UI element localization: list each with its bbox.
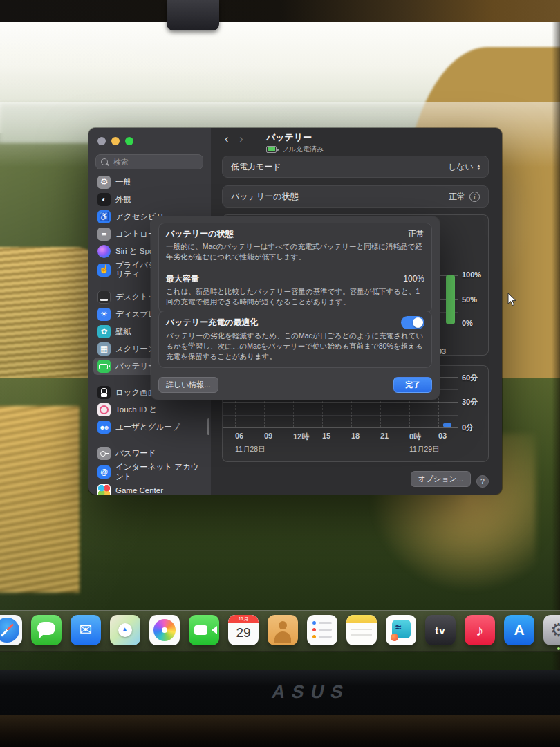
dock-facetime-icon[interactable] bbox=[189, 615, 219, 645]
usage-xtick: 06 bbox=[235, 432, 243, 440]
screen-usage-bar bbox=[443, 423, 451, 427]
dock-app-store-icon[interactable] bbox=[504, 615, 534, 645]
sidebar-item-touch-id[interactable]: Touch ID と bbox=[93, 401, 206, 418]
sidebar-item-general[interactable]: 一般 bbox=[93, 174, 206, 191]
dock: 11月 29 ≈ tv bbox=[0, 610, 560, 652]
sidebar-item-label: 一般 bbox=[115, 178, 131, 187]
usage-xtick: 09 bbox=[264, 432, 272, 440]
info-icon[interactable] bbox=[469, 192, 480, 202]
control-center-icon bbox=[97, 228, 111, 241]
optimize-charging-card: バッテリー充電の最適化 バッテリーの劣化を軽減するため、このMacが日ごろどのよ… bbox=[158, 311, 432, 368]
sidebar-group-gap bbox=[88, 436, 211, 445]
close-button[interactable] bbox=[97, 137, 106, 145]
dock-freeform-icon[interactable]: ≈ bbox=[386, 615, 416, 645]
dock-mail-icon[interactable] bbox=[71, 615, 101, 645]
sidebar-item-label: Touch ID と bbox=[115, 405, 157, 414]
health-section-body: 一般的に、Macのバッテリーはすべての充電式バッテリーと同様に消耗品で経年劣化が… bbox=[166, 241, 424, 262]
battery-level-bar bbox=[446, 275, 455, 324]
photo-of-monitor: 一般 外観 アクセシビリ コントロール Siri と Spotl プライバシーと… bbox=[0, 0, 560, 747]
done-button[interactable]: 完了 bbox=[393, 377, 432, 393]
sidebar-item-label: 外観 bbox=[115, 195, 131, 204]
battery-axis-100: 100% bbox=[462, 270, 481, 279]
sidebar-item-appearance[interactable]: 外観 bbox=[93, 191, 206, 208]
window-controls bbox=[97, 137, 133, 145]
sidebar-scrollbar[interactable] bbox=[207, 418, 209, 435]
sidebar-item-users-groups[interactable]: ユーザとグループ bbox=[93, 418, 206, 436]
capacity-section-value: 100% bbox=[403, 274, 424, 284]
privacy-hand-icon bbox=[97, 264, 111, 277]
health-section-title: バッテリーの状態 bbox=[166, 228, 233, 240]
sidebar-item-game-center[interactable]: Game Center bbox=[93, 482, 206, 495]
sidebar-item-label: ロック画面 bbox=[115, 388, 156, 397]
chevron-up-down-icon: ▴▾ bbox=[478, 163, 480, 170]
dock-safari-icon[interactable] bbox=[0, 615, 22, 645]
health-section-value: 正常 bbox=[408, 228, 424, 240]
health-capacity-card: バッテリーの状態 正常 一般的に、Macのバッテリーはすべての充電式バッテリーと… bbox=[158, 223, 432, 313]
help-button[interactable]: ? bbox=[476, 475, 489, 488]
dock-system-settings-icon[interactable] bbox=[543, 615, 560, 645]
usage-xtick: 03 bbox=[438, 432, 447, 440]
dock-calendar-icon[interactable]: 11月 29 bbox=[228, 615, 259, 645]
usage-xtick: 0時 bbox=[409, 432, 421, 442]
dock-maps-icon[interactable] bbox=[110, 615, 140, 645]
battery-axis-50: 50% bbox=[462, 295, 477, 304]
usage-xtick: 18 bbox=[351, 432, 360, 440]
optimize-section-title: バッテリー充電の最適化 bbox=[166, 317, 258, 329]
room-background bbox=[0, 0, 560, 22]
more-info-button[interactable]: 詳しい情報... bbox=[158, 377, 218, 393]
usage-date-start: 11月28日 bbox=[235, 445, 265, 454]
sidebar-item-label: ユーザとグループ bbox=[115, 423, 180, 432]
usage-date-end: 11月29日 bbox=[409, 445, 440, 454]
sidebar-item-label: インターネット アカウント bbox=[115, 463, 202, 481]
apple-tv-logo-text: tv bbox=[435, 625, 445, 636]
battery-health-label: バッテリーの状態 bbox=[231, 191, 298, 203]
sidebar-item-internet-accounts[interactable]: インターネット アカウント bbox=[93, 462, 206, 481]
dock-music-icon[interactable] bbox=[465, 615, 495, 645]
accessibility-icon bbox=[97, 210, 111, 223]
capacity-section-body: これは、新品時と比較したバッテリー容量の基準です。容量が低下すると、1回の充電で… bbox=[166, 286, 424, 307]
sidebar-item-passwords[interactable]: パスワード bbox=[93, 445, 206, 462]
dock-contacts-icon[interactable] bbox=[268, 615, 298, 645]
usage-xtick: 21 bbox=[380, 432, 389, 440]
options-button[interactable]: オプション... bbox=[411, 471, 471, 487]
desktop-dock-icon bbox=[97, 290, 111, 304]
dock-messages-icon[interactable] bbox=[31, 615, 62, 645]
capacity-section: 最大容量 100% これは、新品時と比較したバッテリー容量の基準です。容量が低下… bbox=[159, 268, 431, 313]
minimize-button[interactable] bbox=[111, 137, 120, 145]
mouse-cursor bbox=[507, 293, 518, 310]
capacity-section-title: 最大容量 bbox=[166, 273, 199, 285]
sidebar-search-field[interactable] bbox=[95, 154, 203, 169]
key-icon bbox=[97, 447, 111, 460]
dock-reminders-icon[interactable] bbox=[307, 615, 337, 645]
dock-photos-icon[interactable] bbox=[149, 615, 180, 645]
forward-chevron-icon[interactable]: › bbox=[239, 133, 243, 145]
sidebar-item-label: Game Center bbox=[115, 486, 163, 495]
usage-axis-0: 0分 bbox=[462, 423, 474, 433]
display-sun-icon bbox=[97, 308, 111, 321]
wallpaper-flower-icon bbox=[97, 325, 111, 338]
wallpaper-gold-bottom-left bbox=[0, 406, 80, 593]
dock-apple-tv-icon[interactable]: tv bbox=[425, 615, 456, 645]
low-power-mode-label: 低電力モード bbox=[231, 161, 281, 173]
at-sign-icon bbox=[97, 465, 111, 479]
dock-notes-icon[interactable] bbox=[346, 615, 377, 645]
charge-status-text: フル充電済み bbox=[282, 145, 324, 154]
page-title: バッテリー bbox=[266, 131, 324, 144]
search-icon bbox=[101, 158, 108, 165]
calendar-day: 29 bbox=[228, 622, 259, 643]
touch-id-icon bbox=[97, 403, 111, 416]
optimize-section-body: バッテリーの劣化を軽減するため、このMacが日ごろどのように充電されているかを学… bbox=[166, 331, 424, 362]
search-input[interactable] bbox=[112, 157, 191, 167]
desk-surface bbox=[0, 715, 560, 747]
optimize-charging-toggle[interactable] bbox=[401, 316, 424, 329]
back-chevron-icon[interactable]: ‹ bbox=[225, 133, 228, 145]
appearance-icon bbox=[97, 193, 111, 206]
screen-right-edge-shadow bbox=[552, 22, 560, 670]
monitor-camera-clamp bbox=[167, 0, 219, 30]
users-icon bbox=[97, 421, 111, 434]
battery-health-dialog: バッテリーの状態 正常 一般的に、Macのバッテリーはすべての充電式バッテリーと… bbox=[151, 216, 440, 400]
low-power-mode-row: 低電力モード しない ▴▾ bbox=[222, 156, 489, 178]
low-power-mode-select[interactable]: しない ▴▾ bbox=[448, 161, 480, 173]
siri-icon bbox=[97, 245, 111, 258]
zoom-button[interactable] bbox=[125, 137, 133, 145]
